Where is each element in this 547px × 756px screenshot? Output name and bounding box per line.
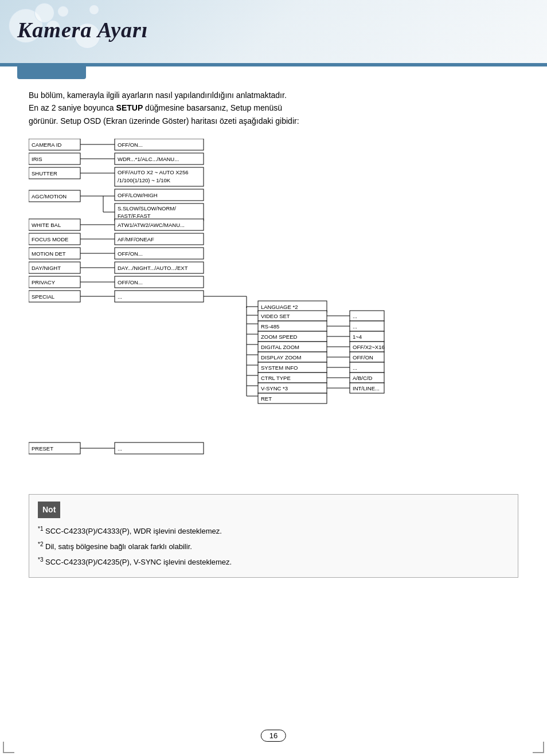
- corner-br: [533, 742, 544, 753]
- svg-text:DAY/NIGHT: DAY/NIGHT: [32, 265, 61, 271]
- svg-text:OFF/LOW/HIGH: OFF/LOW/HIGH: [118, 192, 158, 198]
- svg-text:/1/100(1/120) ~ 1/10K: /1/100(1/120) ~ 1/10K: [118, 177, 171, 183]
- intro-line1: Bu bölüm, kamerayla ilgili ayarların nas…: [29, 91, 287, 100]
- svg-text:V-SYNC *3: V-SYNC *3: [261, 385, 288, 391]
- svg-text:...: ...: [353, 323, 357, 330]
- svg-text:S.SLOW/SLOW/NORM/: S.SLOW/SLOW/NORM/: [118, 205, 176, 211]
- svg-text:...: ...: [118, 293, 122, 300]
- svg-text:SPECIAL: SPECIAL: [32, 293, 54, 300]
- intro-line2b: düğmesine basarsanız, Setup menüsü: [143, 103, 282, 112]
- svg-text:FAST/F.FAST: FAST/F.FAST: [118, 213, 151, 219]
- svg-text:1~4: 1~4: [353, 334, 362, 340]
- svg-text:CTRL TYPE: CTRL TYPE: [261, 375, 291, 381]
- svg-text:OFF/ON: OFF/ON: [353, 354, 373, 361]
- svg-text:SYSTEM INFO: SYSTEM INFO: [261, 365, 298, 371]
- svg-text:ZOOM SPEED: ZOOM SPEED: [261, 334, 297, 340]
- note-box: Not *1 SCC-C4233(P)/C4333(P), WDR işlevi…: [29, 494, 518, 577]
- svg-text:RS-485: RS-485: [261, 323, 279, 330]
- svg-text:OFF/ON...: OFF/ON...: [118, 142, 143, 148]
- svg-text:WHITE BAL: WHITE BAL: [32, 222, 61, 228]
- note-item-3: *3 SCC-C4233(P)/C4235(P), V-SYNC işlevin…: [38, 555, 509, 569]
- svg-rect-116: [115, 442, 204, 454]
- svg-text:PRESET: PRESET: [32, 445, 53, 452]
- svg-text:LANGUAGE *2: LANGUAGE *2: [261, 304, 298, 310]
- svg-text:A/B/C/D: A/B/C/D: [353, 375, 372, 381]
- svg-text:...: ...: [353, 365, 357, 371]
- small-decorative-bar: [17, 66, 86, 79]
- svg-text:AGC/MOTION: AGC/MOTION: [32, 193, 67, 199]
- svg-text:IRIS: IRIS: [32, 156, 42, 162]
- svg-text:WDR...*1/ALC.../MANU...: WDR...*1/ALC.../MANU...: [118, 156, 179, 162]
- svg-text:PRIVACY: PRIVACY: [32, 279, 56, 285]
- main-content: Bu bölüm, kamerayla ilgili ayarların nas…: [29, 89, 518, 578]
- menu-diagram: CAMERA ID IRIS SHUTTER AGC/MOTION WHITE …: [29, 139, 518, 477]
- svg-text:CAMERA ID: CAMERA ID: [32, 142, 61, 148]
- page-title: Kamera Ayarı: [17, 17, 148, 42]
- svg-text:VIDEO SET: VIDEO SET: [261, 313, 290, 319]
- svg-text:OFF/ON...: OFF/ON...: [118, 279, 143, 285]
- svg-text:OFF/AUTO X2 ~ AUTO X256: OFF/AUTO X2 ~ AUTO X256: [118, 169, 188, 175]
- intro-line2a: En az 2 saniye boyunca: [29, 103, 116, 112]
- svg-text:DAY.../NIGHT.../AUTO.../EXT: DAY.../NIGHT.../AUTO.../EXT: [118, 265, 188, 271]
- svg-text:OFF/X2~X16: OFF/X2~X16: [353, 344, 385, 350]
- svg-text:ATW1/ATW2/AWC/MANU...: ATW1/ATW2/AWC/MANU...: [118, 222, 185, 228]
- svg-text:FOCUS MODE: FOCUS MODE: [32, 236, 68, 242]
- note-item-2: *2 Dil, satış bölgesine bağlı olarak far…: [38, 539, 509, 554]
- svg-text:MOTION DET: MOTION DET: [32, 250, 66, 257]
- intro-paragraph: Bu bölüm, kamerayla ilgili ayarların nas…: [29, 89, 518, 127]
- svg-text:DISPLAY ZOOM: DISPLAY ZOOM: [261, 354, 301, 361]
- svg-text:SHUTTER: SHUTTER: [32, 170, 57, 177]
- corner-bl: [3, 742, 14, 753]
- svg-rect-54: [115, 291, 204, 302]
- intro-setup-bold: SETUP: [116, 103, 143, 112]
- note-item-1: *1 SCC-C4233(P)/C4333(P), WDR işlevini d…: [38, 524, 509, 538]
- svg-text:RET: RET: [261, 395, 272, 402]
- svg-text:OFF/ON...: OFF/ON...: [118, 250, 143, 257]
- note-label: Not: [38, 502, 509, 523]
- intro-line3: görünür. Setup OSD (Ekran üzerinde Göste…: [29, 116, 299, 126]
- page-number: 16: [261, 730, 286, 742]
- svg-text:INT/LINE...: INT/LINE...: [353, 385, 380, 391]
- svg-text:...: ...: [118, 445, 122, 452]
- svg-text:DIGITAL ZOOM: DIGITAL ZOOM: [261, 344, 299, 350]
- svg-text:AF/MF/ONEAF: AF/MF/ONEAF: [118, 236, 154, 242]
- svg-text:...: ...: [353, 313, 357, 319]
- diagram-svg: CAMERA ID IRIS SHUTTER AGC/MOTION WHITE …: [29, 139, 522, 477]
